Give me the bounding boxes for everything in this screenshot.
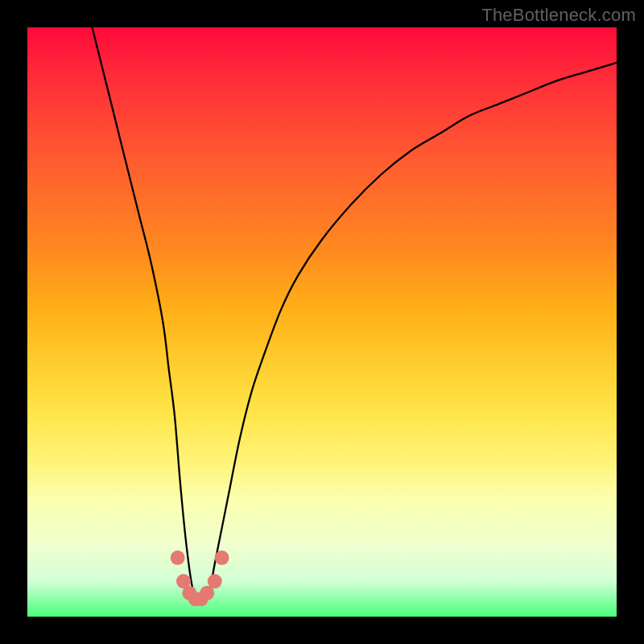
plot-area — [27, 27, 617, 617]
curve-dot — [215, 551, 229, 565]
curve-dot — [171, 551, 185, 565]
curve-dot — [208, 574, 222, 588]
watermark-text: TheBottleneck.com — [481, 5, 636, 26]
bottleneck-curve-path — [93, 27, 617, 601]
curve-layer — [27, 27, 617, 617]
bottleneck-curve — [93, 27, 617, 601]
chart-frame: TheBottleneck.com — [0, 0, 644, 644]
curve-dots — [171, 551, 229, 606]
